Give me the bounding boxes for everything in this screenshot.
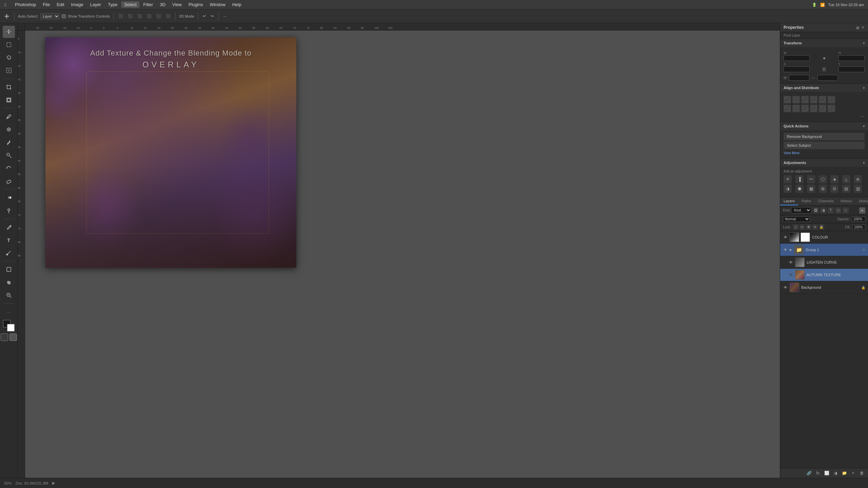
remove-background-button[interactable]: Remove Background <box>784 133 865 140</box>
transform-h-input[interactable] <box>839 55 865 61</box>
hue-sat-adj-btn[interactable]: △ <box>842 175 850 183</box>
eyedropper-button[interactable] <box>3 110 15 123</box>
distribute-center-v-button[interactable]: ⬛ <box>819 105 826 112</box>
bw-adj-btn[interactable]: ◑ <box>784 185 792 193</box>
menu-view[interactable]: View <box>170 1 184 8</box>
apple-menu[interactable]:  <box>3 2 8 7</box>
filter-toggle-btn[interactable]: ● <box>859 207 865 214</box>
align-bottom-icon[interactable]: ⬛ <box>164 13 172 19</box>
align-top-icon[interactable]: ⬛ <box>145 13 153 19</box>
invert-adj-btn[interactable]: ⊟ <box>830 185 839 193</box>
eraser-tool-button[interactable] <box>3 175 15 187</box>
undo-icon[interactable]: ↩ <box>201 13 207 19</box>
align-top-button[interactable]: ⬛ <box>810 96 817 103</box>
menu-type[interactable]: Type <box>105 1 120 8</box>
brightness-adj-btn[interactable]: ☀ <box>784 175 792 183</box>
quick-mask-btn[interactable] <box>1 333 8 341</box>
align-more-icon[interactable]: ··· <box>784 114 865 119</box>
exposure-adj-btn[interactable]: ⬡ <box>819 175 827 183</box>
align-center-h-icon[interactable]: ⬛ <box>126 13 134 19</box>
filter-smartobject-btn[interactable]: □ <box>843 207 849 214</box>
zoom-tool-button[interactable] <box>3 289 15 301</box>
adjustments-header[interactable]: Adjustments ▾ <box>780 159 868 167</box>
transform-x-input[interactable] <box>784 66 810 72</box>
filter-shape-btn[interactable]: ⬡ <box>835 207 841 214</box>
layer-link-btn[interactable]: 🔗 <box>806 470 812 476</box>
select-subject-button[interactable]: Select Subject <box>784 142 865 149</box>
brush-tool-button[interactable] <box>3 136 15 148</box>
vibrance-adj-btn[interactable]: ◈ <box>830 175 839 183</box>
layer-row-group1[interactable]: 👁 ▶ 📁 Group 1 ⚙ <box>780 244 868 256</box>
lock-position-btn[interactable]: ✛ <box>812 224 818 230</box>
layer-eye-group1[interactable]: 👁 <box>783 247 788 252</box>
align-left-button[interactable]: ⬛ <box>784 96 791 103</box>
add-adjustment-btn[interactable]: ◑ <box>832 470 839 476</box>
distribute-center-h-button[interactable]: ⬛ <box>792 105 800 112</box>
view-more-link[interactable]: View More <box>784 150 865 156</box>
marquee-tool-button[interactable] <box>3 39 15 51</box>
menu-help[interactable]: Help <box>230 1 244 8</box>
tab-histogram[interactable]: Histogram <box>855 197 868 205</box>
lock-image-btn[interactable]: ✏ <box>800 224 805 230</box>
move-tool-icon[interactable] <box>3 13 11 20</box>
distribute-bottom-button[interactable]: ⬛ <box>828 105 835 112</box>
stamp-tool-button[interactable] <box>3 149 15 161</box>
align-right-icon[interactable]: ⬛ <box>136 13 143 19</box>
heal-brush-button[interactable] <box>3 123 15 136</box>
history-brush-button[interactable] <box>3 162 15 174</box>
quick-actions-header[interactable]: Quick Actions ▾ <box>780 122 868 130</box>
align-middle-button[interactable]: ⬛ <box>819 96 826 103</box>
add-style-btn[interactable]: fx <box>814 470 821 476</box>
channelmixer-adj-btn[interactable]: ▦ <box>807 185 815 193</box>
layer-row-lighten-curve[interactable]: 👁 LIGHTEN CURVE <box>780 256 868 269</box>
screen-mode-btn[interactable] <box>9 333 17 341</box>
menu-plugins[interactable]: Plugins <box>186 1 206 8</box>
menu-3d[interactable]: 3D <box>157 1 168 8</box>
menu-edit[interactable]: Edit <box>54 1 67 8</box>
text-tool-button[interactable]: T <box>3 234 15 246</box>
align-left-icon[interactable]: ⬛ <box>117 13 124 19</box>
add-mask-btn[interactable]: ⬜ <box>823 470 830 476</box>
curves-adj-btn[interactable]: 〜 <box>807 175 815 183</box>
distribute-top-button[interactable]: ⬛ <box>810 105 817 112</box>
add-folder-btn[interactable]: 📁 <box>841 470 848 476</box>
distribute-left-button[interactable]: ⬛ <box>784 105 791 112</box>
colorlookup-adj-btn[interactable]: ⊞ <box>819 185 827 193</box>
layer-eye-lighten-curve[interactable]: 👁 <box>788 260 793 265</box>
photofilter-adj-btn[interactable]: ⬢ <box>795 185 804 193</box>
transform-w-input[interactable] <box>784 55 810 61</box>
tab-channels[interactable]: Channels <box>814 197 837 205</box>
layer-eye-background[interactable]: 👁 <box>783 285 788 290</box>
levels-adj-btn[interactable]: ▐ <box>795 175 804 183</box>
distribute-right-button[interactable]: ⬛ <box>801 105 809 112</box>
align-right-button[interactable]: ⬛ <box>801 96 809 103</box>
lock-transparent-btn[interactable]: ⬡ <box>793 224 798 230</box>
frame-tool-button[interactable] <box>3 94 15 106</box>
color-swatches[interactable] <box>3 320 15 331</box>
align-center-button[interactable]: ⬛ <box>792 96 800 103</box>
fill-input[interactable] <box>852 225 865 230</box>
group-context-icon[interactable]: ⚙ <box>863 248 865 251</box>
lock-all-btn[interactable]: 🔒 <box>819 224 824 230</box>
layer-row-autumn-texture[interactable]: 👁 AUTUMN TEXTURE <box>780 269 868 281</box>
transform-header[interactable]: Transform ▾ <box>780 39 868 47</box>
menu-photoshop[interactable]: Photoshop <box>12 1 39 8</box>
colorbalance-adj-btn[interactable]: ⊕ <box>854 175 862 183</box>
align-middle-v-icon[interactable]: ⬛ <box>155 13 162 19</box>
posterize-adj-btn[interactable]: ▤ <box>842 185 850 193</box>
properties-close-icon[interactable]: ✕ <box>861 25 865 30</box>
add-layer-btn[interactable]: + <box>850 470 856 476</box>
menu-image[interactable]: Image <box>68 1 86 8</box>
filter-adjustment-btn[interactable]: ◑ <box>820 207 826 214</box>
move-tool-button[interactable] <box>3 26 15 38</box>
delete-layer-btn[interactable]: 🗑 <box>859 470 865 476</box>
layer-row-colour[interactable]: 👁 COLOUR <box>780 231 868 244</box>
menu-select[interactable]: Select <box>121 1 139 8</box>
object-select-button[interactable] <box>3 64 15 77</box>
tab-layers[interactable]: Layers <box>780 197 798 205</box>
lock-artboard-btn[interactable]: ✤ <box>806 224 811 230</box>
menu-window[interactable]: Window <box>207 1 228 8</box>
tab-history[interactable]: History <box>837 197 855 205</box>
align-bottom-button[interactable]: ⬛ <box>828 96 835 103</box>
show-transform-checkbox[interactable] <box>62 14 66 18</box>
